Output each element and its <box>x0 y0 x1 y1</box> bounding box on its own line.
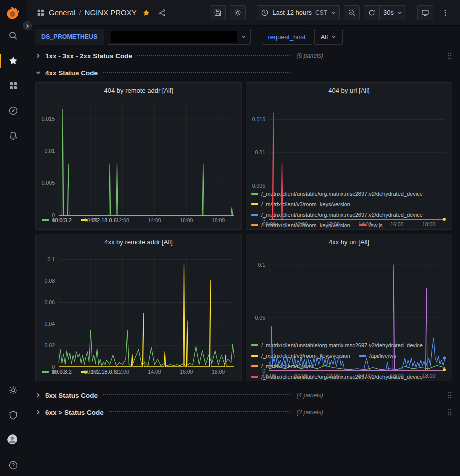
share-icon[interactable] <box>158 9 166 17</box>
sidebar-item-help[interactable]: ? <box>0 459 27 471</box>
compass-icon <box>8 106 18 116</box>
row-title: 4xx Status Code <box>45 69 98 77</box>
chevron-right-icon <box>35 392 41 398</box>
datasource-variable-select[interactable] <box>107 29 251 45</box>
panel-title[interactable]: 4xx by uri [All] <box>246 234 452 249</box>
request-host-variable: request_host All <box>262 29 343 45</box>
sidebar-item-dashboards[interactable] <box>0 80 27 92</box>
sidebar-item-search[interactable] <box>0 30 27 42</box>
chevron-right-icon <box>35 409 41 415</box>
request-host-value: All <box>321 33 328 41</box>
row-1xx-3xx-2xx[interactable]: 1xx - 3xx - 2xx Status Code (6 panels) <box>35 49 452 63</box>
breadcrumb: General / NGINX PROXY <box>36 8 166 17</box>
refresh-interval-picker[interactable]: 30s <box>379 5 406 20</box>
svg-text:10:00: 10:00 <box>295 221 308 227</box>
gear-icon <box>8 385 18 395</box>
svg-text:14:00: 14:00 <box>148 217 161 223</box>
breadcrumb-separator: / <box>79 8 81 17</box>
refresh-group: 30s <box>364 5 406 20</box>
row-heading: 5xx Status Code <box>45 392 295 399</box>
svg-text:16:00: 16:00 <box>180 217 193 223</box>
time-range-picker[interactable]: Last 12 hours CST <box>257 5 340 20</box>
sidebar-expand-button[interactable] <box>23 21 32 30</box>
svg-text:0.06: 0.06 <box>45 299 55 305</box>
row-heading: 6xx > Status Code <box>45 409 295 416</box>
panel-title[interactable]: 404 by remote addr [All] <box>36 83 241 98</box>
timeseries-plot[interactable]: 00.0050.010.01508:0010:0012:0014:0016:00… <box>36 98 241 224</box>
row-drag-handle[interactable] <box>447 391 452 399</box>
panel-title[interactable]: 4xx by remote addr [All] <box>36 234 241 249</box>
svg-text:18:00: 18:00 <box>212 369 225 375</box>
plot-area: 00.020.040.060.080.108:0010:0012:0014:00… <box>36 249 241 365</box>
svg-text:0.04: 0.04 <box>45 321 55 327</box>
clock-icon <box>261 9 269 17</box>
zoom-out-icon <box>348 9 356 17</box>
dashboard-body: 1xx - 3xx - 2xx Status Code (6 panels) 4… <box>27 48 460 476</box>
svg-text:08:00: 08:00 <box>52 217 65 223</box>
svg-text:16:00: 16:00 <box>390 373 403 379</box>
sidebar-item-explore[interactable] <box>0 105 27 117</box>
chevron-down-icon <box>397 10 402 15</box>
shield-icon <box>8 410 18 420</box>
chevron-right-icon <box>25 24 30 28</box>
dotted-filler <box>103 72 290 73</box>
refresh-button[interactable] <box>364 5 380 20</box>
zoom-out-button[interactable] <box>344 5 360 20</box>
panel-4xx-by-remote-addr: 4xx by remote addr [All] 00.020.040.060.… <box>35 234 242 381</box>
chevron-down-icon <box>241 34 246 39</box>
refresh-icon <box>368 9 376 17</box>
monitor-icon <box>421 9 429 17</box>
row-heading: 4xx Status Code <box>45 69 295 77</box>
avatar <box>7 434 19 446</box>
panel-grid: 404 by remote addr [All] 00.0050.010.015… <box>35 82 452 381</box>
row-panel-count: (6 panels) <box>296 52 323 59</box>
help-icon: ? <box>8 460 18 470</box>
apps-icon <box>36 8 45 17</box>
variables-bar: DS_PROMETHEUS request_host All <box>27 26 460 48</box>
timeseries-plot[interactable]: 00.020.040.060.080.108:0010:0012:0014:00… <box>36 249 241 376</box>
dashboard-settings-button[interactable] <box>230 5 246 20</box>
sidebar-item-alerting[interactable] <box>0 130 27 142</box>
row-6xx[interactable]: 6xx > Status Code (2 panels) <box>35 405 452 419</box>
request-host-label[interactable]: request_host <box>262 29 312 45</box>
timeseries-plot[interactable]: 00.0050.010.01508:0010:0012:0014:0016:00… <box>246 98 452 228</box>
svg-text:08:00: 08:00 <box>52 369 65 375</box>
svg-text:0.02: 0.02 <box>45 342 55 348</box>
favorite-star-icon[interactable] <box>142 9 150 17</box>
svg-text:12:00: 12:00 <box>116 369 129 375</box>
sidebar-item-configuration[interactable] <box>0 384 27 396</box>
timeseries-plot[interactable]: 00.050.108:0010:0012:0014:0016:0018:00 <box>246 249 452 380</box>
panel-title[interactable]: 404 by uri [All] <box>246 83 452 98</box>
row-drag-handle[interactable] <box>447 408 452 416</box>
sidebar-item-starred[interactable] <box>0 55 27 67</box>
timezone-label: CST <box>315 9 327 16</box>
row-4xx[interactable]: 4xx Status Code <box>35 66 452 80</box>
breadcrumb-root[interactable]: General <box>49 8 75 17</box>
bell-icon <box>8 131 18 141</box>
topbar: General / NGINX PROXY Last 12 hours CST <box>27 0 460 26</box>
grafana-logo-icon[interactable] <box>5 5 22 22</box>
row-title: 6xx > Status Code <box>45 409 104 416</box>
tv-mode-button[interactable] <box>417 5 433 20</box>
row-title: 1xx - 3xx - 2xx Status Code <box>45 52 132 60</box>
svg-text:08:00: 08:00 <box>263 373 276 379</box>
dashboard-title[interactable]: NGINX PROXY <box>85 8 137 17</box>
svg-text:14:00: 14:00 <box>358 221 371 227</box>
svg-text:18:00: 18:00 <box>212 217 225 223</box>
row-5xx[interactable]: 5xx Status Code (4 panels) <box>35 388 452 402</box>
svg-text:10:00: 10:00 <box>84 369 97 375</box>
plot-area: 00.0050.010.01508:0010:0012:0014:0016:00… <box>36 98 241 214</box>
svg-text:10:00: 10:00 <box>84 217 97 223</box>
chevron-down-icon <box>35 70 41 76</box>
gear-icon <box>234 9 242 17</box>
svg-text:14:00: 14:00 <box>358 373 371 379</box>
request-host-value-select[interactable]: All <box>314 29 343 45</box>
row-heading: 1xx - 3xx - 2xx Status Code <box>45 52 295 60</box>
sidebar-item-profile[interactable] <box>0 434 27 446</box>
svg-text:0.005: 0.005 <box>252 183 265 189</box>
row-drag-handle[interactable] <box>447 52 452 60</box>
save-dashboard-button[interactable] <box>210 5 226 20</box>
more-options-button[interactable] <box>437 5 453 20</box>
sidebar-item-server-admin[interactable] <box>0 409 27 421</box>
sidebar: ? <box>0 0 27 476</box>
